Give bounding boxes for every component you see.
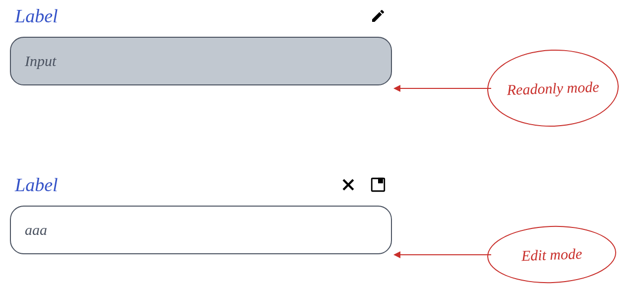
pencil-icon[interactable] bbox=[369, 7, 387, 25]
arrow-line bbox=[394, 88, 491, 89]
action-icons bbox=[339, 176, 387, 194]
annotation-bubble: Readonly mode bbox=[486, 47, 620, 129]
readonly-input: Input bbox=[10, 37, 392, 85]
action-icons bbox=[369, 7, 387, 25]
field-label: Label bbox=[15, 174, 58, 196]
svg-rect-3 bbox=[379, 178, 382, 183]
field-header: Label bbox=[10, 5, 392, 27]
edit-annotation: Edit mode bbox=[394, 226, 616, 283]
field-label: Label bbox=[15, 5, 58, 27]
field-header: Label bbox=[10, 174, 392, 196]
close-icon[interactable] bbox=[339, 176, 357, 194]
annotation-text: Edit mode bbox=[521, 244, 582, 265]
readonly-annotation: Readonly mode bbox=[394, 50, 619, 127]
arrow-head-icon bbox=[393, 85, 400, 92]
save-icon[interactable] bbox=[369, 176, 387, 194]
readonly-field-group: Label Input bbox=[10, 5, 392, 85]
arrow-line bbox=[394, 254, 491, 255]
annotation-text: Readonly mode bbox=[507, 77, 599, 99]
edit-field-group: Label aaa bbox=[10, 174, 392, 254]
editable-input[interactable]: aaa bbox=[10, 206, 392, 254]
annotation-bubble: Edit mode bbox=[486, 223, 617, 285]
arrow-head-icon bbox=[393, 251, 400, 258]
